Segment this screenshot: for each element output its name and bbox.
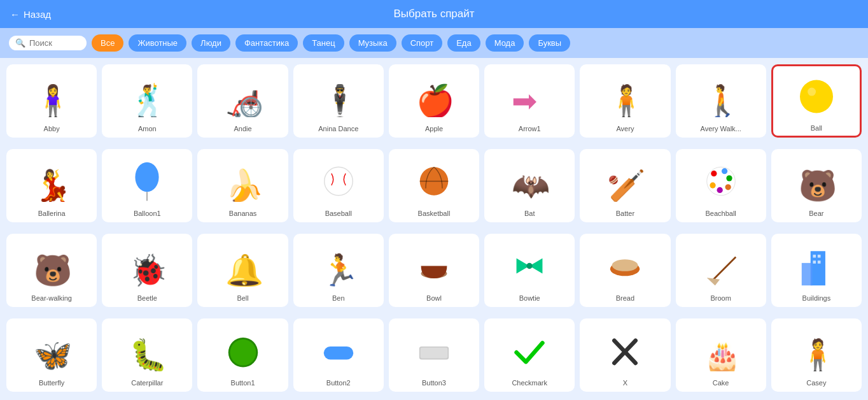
sprite-label: Abby [11,125,92,132]
sprite-card[interactable]: Broom [676,234,766,307]
filter-animals[interactable]: Животные [129,34,186,52]
svg-text:🧍‍♀️: 🧍‍♀️ [34,83,71,117]
sprite-card[interactable]: Bowl [389,234,479,307]
sprite-card[interactable]: 🐞Beetle [102,234,192,307]
sprite-card[interactable]: Beachball [676,149,766,222]
sprite-image: 🏏 [585,155,665,207]
svg-text:🍎: 🍎 [416,83,453,117]
filter-letters[interactable]: Буквы [529,34,570,52]
svg-point-21 [722,168,727,174]
back-button[interactable]: ← Назад [10,9,51,20]
sprite-label: Arrow1 [489,125,570,132]
sprite-card[interactable]: Balloon1 [102,149,192,222]
sprite-card[interactable]: 🐻Bear [771,149,862,222]
filter-sport[interactable]: Спорт [402,34,443,52]
sprite-label: Beetle [107,294,187,302]
svg-text:🦇: 🦇 [512,168,549,202]
sprite-label: Bear-walking [11,294,92,302]
back-arrow-icon: ← [10,9,20,20]
sprite-label: Batter [585,210,665,217]
sprite-card[interactable]: 🐛Caterpillar [102,318,192,392]
sprite-image [394,240,474,292]
sprite-image: 🦋 [11,325,92,376]
sprite-card[interactable]: 💃Ballerina [6,149,97,222]
search-box[interactable]: 🔍 [9,36,87,50]
sprite-card[interactable]: 🎂Cake [676,318,766,392]
sprite-image: 🐻 [11,240,92,292]
svg-point-8 [800,80,833,113]
sprite-card[interactable]: 🏃Ben [293,234,384,307]
sprite-image: 💃 [11,155,92,207]
sprite-card[interactable]: 🚶Avery Walk... [676,64,766,138]
filter-fashion[interactable]: Мода [486,34,524,52]
filter-food[interactable]: Еда [447,34,480,52]
search-input[interactable] [29,38,80,48]
sprite-image: 🍎 [394,71,474,122]
svg-text:🐻: 🐻 [34,252,71,287]
svg-rect-49 [324,346,353,359]
sprite-card[interactable]: 🧍Casey [771,318,862,392]
sprite-card[interactable]: Buildings [771,234,862,307]
sprite-card[interactable]: Basketball [389,149,479,222]
filter-dance[interactable]: Танец [303,34,344,52]
sprite-label: Buildings [776,294,857,302]
sprite-image [298,155,379,207]
sprite-image: 🎂 [681,325,761,376]
sprite-label: Casey [776,379,857,387]
sprite-label: Bread [585,294,665,302]
header: ← Назад Выбрать спрайт [0,0,868,28]
sprite-card[interactable]: 🦽Andie [197,64,288,138]
sprite-image: 🐻 [776,155,857,207]
sprite-card[interactable]: ➡Arrow1 [484,64,575,138]
sprite-card[interactable]: Button3 [389,318,479,392]
filter-people[interactable]: Люди [192,34,230,52]
sprite-card[interactable]: 🧍‍♀️Abby [6,64,97,138]
sprite-card[interactable]: Checkmark [484,318,575,392]
sprite-card[interactable]: X [580,318,670,392]
sprite-card[interactable]: 🧍Avery [580,64,670,138]
sprite-card[interactable]: 🐻Bear-walking [6,234,97,307]
sprite-image: 🦇 [489,155,570,207]
svg-point-22 [726,175,732,181]
sprite-label: Button2 [298,379,379,387]
svg-text:🍌: 🍌 [225,168,262,202]
sprite-image: 🔔 [202,240,283,292]
sprite-card[interactable]: Button1 [197,318,288,392]
sprite-card[interactable]: 🔔Bell [197,234,288,307]
sprite-image [777,71,856,122]
svg-rect-44 [818,261,821,264]
sprite-card[interactable]: 🕴️Anina Dance [293,64,384,138]
sprite-card[interactable]: Baseball [293,149,384,222]
filter-music[interactable]: Музыка [349,34,396,52]
sprite-card[interactable]: Bread [580,234,670,307]
sprite-image [776,240,857,292]
svg-rect-43 [813,261,816,264]
sprite-card[interactable]: Ball [771,64,862,138]
sprite-image: 🕴️ [298,71,379,122]
sprite-label: Balloon1 [107,210,187,217]
sprite-label: Bowtie [489,294,570,302]
filter-fantasy[interactable]: Фантастика [235,34,298,52]
search-icon: 🔍 [15,38,25,48]
sprite-card[interactable]: 🦇Bat [484,149,575,222]
sprite-card[interactable]: Button2 [293,318,384,392]
svg-point-14 [324,167,353,196]
sprite-label: Baseball [298,210,379,217]
sprite-card[interactable]: 🦋Butterfly [6,318,97,392]
svg-text:🦽: 🦽 [225,83,262,117]
sprite-image: ➡ [489,71,570,122]
sprite-label: Bowl [394,294,474,302]
sprite-card[interactable]: 🏏Batter [580,149,670,222]
svg-text:🐛: 🐛 [129,337,166,371]
sprite-label: Andie [202,125,283,132]
filter-all[interactable]: Все [92,34,123,52]
sprite-label: Bear [776,210,857,217]
sprite-card[interactable]: 🕺Amon [102,64,192,138]
sprite-card[interactable]: Bowtie [484,234,575,307]
svg-text:🐞: 🐞 [129,252,166,287]
sprite-label: Basketball [394,210,474,217]
page-title: Выбрать спрайт [393,8,474,20]
sprite-label: Avery Walk... [681,125,761,132]
sprite-card[interactable]: 🍌Bananas [197,149,288,222]
sprite-card[interactable]: 🍎Apple [389,64,479,138]
